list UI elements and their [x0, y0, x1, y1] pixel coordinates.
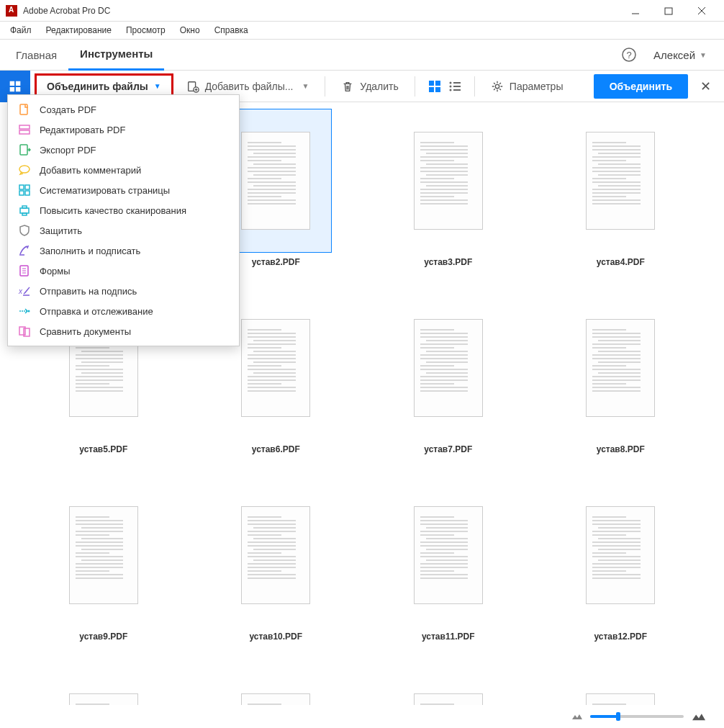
close-tool-button[interactable]: ✕	[692, 73, 718, 99]
svg-point-20	[449, 89, 451, 91]
file-thumbnail	[392, 296, 504, 440]
tab-home[interactable]: Главная	[4, 39, 68, 71]
svg-rect-19	[453, 86, 461, 87]
menu-file[interactable]: Файл	[3, 24, 39, 37]
file-name: устав7.PDF	[424, 444, 472, 454]
dropdown-item-label: Экспорт PDF	[40, 145, 96, 156]
file-card[interactable]	[556, 670, 686, 705]
dropdown-item-label: Систематизировать страницы	[40, 185, 170, 196]
file-card[interactable]: устав8.PDF	[556, 296, 686, 454]
file-card[interactable]: устав3.PDF	[384, 109, 513, 267]
file-card[interactable]: устав4.PDF	[556, 109, 686, 267]
file-card[interactable]: устав9.PDF	[39, 483, 168, 642]
app-icon	[6, 5, 17, 17]
svg-rect-17	[453, 82, 461, 84]
menu-help[interactable]: Справка	[207, 24, 255, 37]
combine-files-label: Объединить файлы	[47, 81, 148, 92]
dropdown-item[interactable]: Добавить комментарий	[8, 160, 239, 180]
svg-rect-21	[453, 89, 461, 91]
file-name: устав6.PDF	[252, 444, 300, 454]
dropdown-item-icon	[18, 204, 31, 217]
dropdown-item-icon	[18, 244, 31, 257]
list-view-button[interactable]	[445, 77, 464, 96]
file-name: устав11.PDF	[422, 632, 475, 642]
menu-window[interactable]: Окно	[173, 24, 207, 37]
file-thumbnail	[220, 483, 332, 627]
user-menu[interactable]: Алексей ▼	[645, 39, 715, 71]
file-name: устав4.PDF	[597, 257, 645, 267]
menu-edit[interactable]: Редактирование	[39, 24, 119, 37]
dropdown-item[interactable]: Отправка и отслеживание	[8, 301, 239, 321]
svg-rect-24	[19, 125, 30, 129]
svg-rect-26	[20, 145, 27, 155]
file-name: устав2.PDF	[252, 257, 300, 267]
file-card[interactable]	[212, 670, 341, 705]
minimize-button[interactable]	[619, 0, 652, 22]
svg-text:x: x	[18, 287, 23, 295]
tab-tools[interactable]: Инструменты	[68, 39, 164, 71]
caret-down-icon: ▼	[154, 82, 161, 90]
svg-rect-1	[665, 8, 672, 14]
svg-rect-25	[19, 130, 30, 134]
thumbnail-small-icon	[571, 711, 583, 722]
svg-rect-34	[22, 213, 27, 215]
file-thumbnail	[392, 483, 504, 627]
thumbnail-size-slider[interactable]	[590, 715, 684, 718]
tools-dropdown: Создать PDFРедактировать PDFЭкспорт PDFД…	[7, 94, 240, 346]
dropdown-item-label: Отправка и отслеживание	[40, 306, 153, 317]
add-files-label: Добавить файлы...	[205, 81, 294, 92]
dropdown-item[interactable]: Редактировать PDF	[8, 120, 239, 140]
dropdown-item[interactable]: Сравнить документы	[8, 321, 239, 341]
grid-view-button[interactable]	[425, 77, 444, 96]
dropdown-item-icon	[18, 325, 31, 338]
dropdown-item[interactable]: xОтправить на подпись	[8, 281, 239, 301]
dropdown-item-label: Сравнить документы	[40, 326, 131, 337]
file-card[interactable]	[384, 670, 513, 705]
dropdown-item-icon: x	[18, 284, 31, 297]
dropdown-item-icon	[18, 103, 31, 116]
svg-point-27	[19, 166, 30, 173]
dropdown-item[interactable]: Создать PDF	[8, 99, 239, 120]
help-icon[interactable]: ?	[613, 39, 645, 71]
svg-point-22	[495, 84, 499, 88]
file-card[interactable]: устав7.PDF	[384, 296, 513, 454]
dropdown-item-icon	[18, 184, 31, 197]
menu-view[interactable]: Просмотр	[119, 24, 173, 37]
file-card[interactable]: устав10.PDF	[212, 483, 341, 642]
dropdown-item-icon	[18, 264, 31, 277]
file-card[interactable]: устав12.PDF	[556, 483, 686, 642]
dropdown-item[interactable]: Защитить	[8, 220, 239, 241]
dropdown-item[interactable]: Повысить качество сканирования	[8, 200, 239, 220]
bottom-bar	[10, 705, 714, 728]
dropdown-item-icon	[18, 123, 31, 136]
file-thumbnail	[220, 670, 332, 705]
svg-rect-33	[22, 206, 27, 208]
dropdown-item[interactable]: Формы	[8, 261, 239, 281]
dropdown-item-icon	[18, 143, 31, 156]
dropdown-item[interactable]: Экспорт PDF	[8, 140, 239, 160]
file-thumbnail	[47, 483, 160, 627]
combine-button[interactable]: Объединить	[594, 74, 688, 99]
delete-button[interactable]: Удалить	[332, 73, 407, 99]
dropdown-item-icon	[18, 163, 31, 176]
svg-rect-13	[435, 81, 440, 86]
user-name: Алексей	[653, 49, 695, 61]
svg-marker-47	[692, 714, 705, 720]
file-name: устав5.PDF	[79, 444, 127, 454]
file-thumbnail	[392, 670, 504, 705]
file-card[interactable]: устав11.PDF	[384, 483, 513, 642]
svg-rect-29	[25, 185, 30, 189]
svg-text:?: ?	[626, 50, 631, 60]
svg-marker-46	[572, 714, 582, 719]
dropdown-item[interactable]: Заполнить и подписать	[8, 241, 239, 261]
file-card[interactable]	[39, 670, 168, 705]
maximize-button[interactable]	[652, 0, 685, 22]
file-thumbnail	[564, 109, 677, 253]
svg-point-16	[449, 81, 451, 84]
dropdown-item-label: Формы	[40, 266, 71, 277]
header: Главная Инструменты ? Алексей ▼	[0, 39, 724, 71]
options-button[interactable]: Параметры	[482, 73, 572, 99]
left-edge	[0, 103, 7, 728]
close-button[interactable]	[685, 0, 718, 22]
dropdown-item[interactable]: Систематизировать страницы	[8, 180, 239, 200]
